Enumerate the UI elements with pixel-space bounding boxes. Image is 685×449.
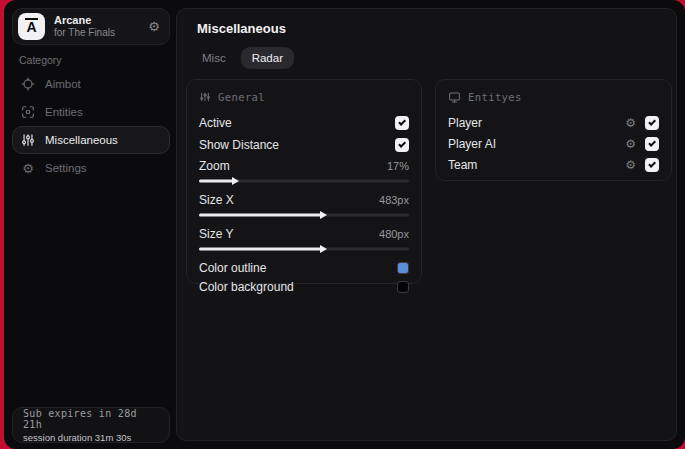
tab-misc[interactable]: Misc xyxy=(191,47,237,69)
size-x-slider[interactable] xyxy=(199,210,409,220)
sidebar-nav: Aimbot Entities Miscellaneous ⚙ Settings xyxy=(12,70,170,182)
monitor-icon xyxy=(448,91,461,104)
zoom-slider-labels: Zoom 17% xyxy=(199,156,409,176)
check-icon xyxy=(648,139,656,147)
subscription-card: Sub expires in 28d 21h session duration … xyxy=(12,407,170,443)
sidebar-item-label: Entities xyxy=(45,106,83,118)
team-checkbox[interactable] xyxy=(645,158,659,172)
slider-fill xyxy=(199,180,235,183)
slider-label: Zoom xyxy=(199,159,230,173)
check-icon xyxy=(398,140,406,148)
entity-row-player: Player ⚙ xyxy=(448,112,659,133)
sub-expires-text: Sub expires in 28d 21h xyxy=(23,408,159,430)
entity-row-player-ai: Player AI ⚙ xyxy=(448,133,659,154)
entity-row-team: Team ⚙ xyxy=(448,154,659,175)
check-icon xyxy=(398,118,406,126)
slider-thumb[interactable] xyxy=(232,177,239,185)
app-title: Arcane xyxy=(54,14,139,27)
slider-thumb[interactable] xyxy=(320,211,327,219)
color-outline-row: Color outline xyxy=(199,258,409,277)
sidebar-item-label: Miscellaneous xyxy=(45,134,118,146)
slider-thumb[interactable] xyxy=(320,245,327,253)
sidebar-item-label: Aimbot xyxy=(45,78,81,90)
active-checkbox[interactable] xyxy=(395,116,409,130)
player-ai-checkbox[interactable] xyxy=(645,137,659,151)
color-label: Color outline xyxy=(199,261,266,275)
sidebar-item-label: Settings xyxy=(45,162,87,174)
tab-bar: Misc Radar xyxy=(191,47,294,69)
size-y-slider-labels: Size Y 480px xyxy=(199,224,409,244)
check-icon xyxy=(648,118,656,126)
entities-panel: Entityes Player ⚙ Player AI ⚙ Team ⚙ xyxy=(435,79,672,181)
show-distance-checkbox[interactable] xyxy=(395,138,409,152)
color-outline-swatch[interactable] xyxy=(397,262,409,274)
general-panel-title: General xyxy=(218,91,265,103)
check-icon xyxy=(648,160,656,168)
session-duration-text: session duration 31m 30s xyxy=(23,432,159,443)
tab-radar[interactable]: Radar xyxy=(241,47,294,69)
page-title: Miscellaneous xyxy=(197,21,286,36)
player-ai-gear-icon[interactable]: ⚙ xyxy=(625,138,636,150)
size-y-slider[interactable] xyxy=(199,244,409,254)
brand-gear-icon[interactable]: ⚙ xyxy=(148,20,160,33)
brand-text: Arcane for The Finals xyxy=(54,14,139,38)
toggle-row-show-distance: Show Distance xyxy=(199,134,409,156)
sidebar-item-entities[interactable]: Entities xyxy=(12,98,170,126)
app-subtitle: for The Finals xyxy=(54,27,139,39)
slider-label: Size Y xyxy=(199,227,233,241)
toggle-label: Show Distance xyxy=(199,138,279,152)
slider-value: 17% xyxy=(387,160,409,172)
sidebar-item-aimbot[interactable]: Aimbot xyxy=(12,70,170,98)
brand-card: A Arcane for The Finals ⚙ xyxy=(12,8,170,45)
slider-fill xyxy=(199,248,323,251)
sliders-icon xyxy=(21,133,35,147)
player-gear-icon[interactable]: ⚙ xyxy=(625,117,636,129)
entity-label: Team xyxy=(448,158,477,172)
sidebar-item-settings[interactable]: ⚙ Settings xyxy=(12,154,170,182)
toggle-label: Active xyxy=(199,116,232,130)
main-panel: Miscellaneous Misc Radar General Active … xyxy=(176,8,677,441)
sidebar-item-miscellaneous[interactable]: Miscellaneous xyxy=(12,126,170,154)
slider-label: Size X xyxy=(199,193,234,207)
crosshair-icon xyxy=(21,77,35,91)
app-window: A Arcane for The Finals ⚙ Category Aimbo… xyxy=(4,0,685,449)
scan-icon xyxy=(21,105,35,119)
logo-letter: A xyxy=(26,19,36,35)
toggle-row-active: Active xyxy=(199,112,409,134)
entity-label: Player xyxy=(448,116,482,130)
slider-fill xyxy=(199,214,323,217)
entities-panel-title: Entityes xyxy=(468,91,522,103)
mini-sliders-icon xyxy=(199,91,211,103)
team-gear-icon[interactable]: ⚙ xyxy=(625,159,636,171)
general-panel: General Active Show Distance Zoom 17% Si… xyxy=(186,79,422,284)
color-label: Color background xyxy=(199,280,294,294)
category-label: Category xyxy=(19,54,62,66)
color-background-row: Color background xyxy=(199,277,409,296)
size-x-slider-labels: Size X 483px xyxy=(199,190,409,210)
slider-value: 480px xyxy=(379,228,409,240)
zoom-slider[interactable] xyxy=(199,176,409,186)
color-background-swatch[interactable] xyxy=(397,281,409,293)
player-checkbox[interactable] xyxy=(645,116,659,130)
sidebar: A Arcane for The Finals ⚙ Category Aimbo… xyxy=(4,0,176,449)
app-logo: A xyxy=(18,13,45,40)
general-panel-header: General xyxy=(199,90,409,104)
entity-label: Player AI xyxy=(448,137,496,151)
slider-value: 483px xyxy=(379,194,409,206)
gear-icon: ⚙ xyxy=(21,161,35,175)
entities-panel-header: Entityes xyxy=(448,90,659,104)
